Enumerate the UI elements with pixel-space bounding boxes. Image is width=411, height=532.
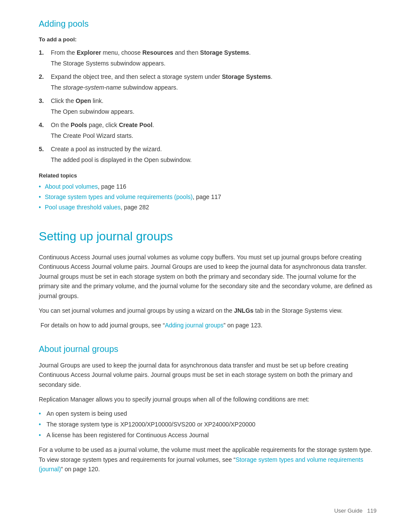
step-1-bold-3: Storage Systems bbox=[200, 49, 249, 56]
step-1-num: 1. bbox=[39, 48, 51, 57]
condition-1: An open system is being used bbox=[39, 409, 377, 418]
page-footer: User Guide 119 bbox=[334, 507, 377, 515]
condition-3: A license has been registered for Contin… bbox=[39, 431, 377, 440]
related-topic-3-link[interactable]: Pool usage threshold values bbox=[45, 204, 121, 211]
step-4-bold-2: Create Pool bbox=[119, 121, 153, 128]
step-4-note: The Create Pool Wizard starts. bbox=[51, 131, 377, 140]
step-1-note: The Storage Systems subwindow appears. bbox=[51, 59, 377, 68]
step-2-note: The storage-system-name subwindow appear… bbox=[51, 83, 377, 92]
step-4-content: On the Pools page, click Create Pool. bbox=[51, 121, 377, 130]
step-3-num: 3. bbox=[39, 96, 51, 106]
step-4-num: 4. bbox=[39, 121, 51, 130]
conditions-list: An open system is being used The storage… bbox=[39, 409, 377, 440]
step-1-content: From the Explorer menu, choose Resources… bbox=[51, 48, 377, 57]
related-topic-2: Storage system types and volume requirem… bbox=[39, 193, 377, 202]
footer-label: User Guide bbox=[334, 507, 363, 514]
step-3-bold-1: Open bbox=[76, 97, 91, 104]
step-5-note: The added pool is displayed in the Open … bbox=[51, 156, 377, 165]
step-5: 5. Create a pool as instructed by the wi… bbox=[39, 145, 377, 154]
step-3-note: The Open subwindow appears. bbox=[51, 107, 377, 116]
step-4: 4. On the Pools page, click Create Pool. bbox=[39, 121, 377, 130]
step-2-content: Expand the object tree, and then select … bbox=[51, 72, 377, 81]
setting-up-journal-groups-section: Setting up journal groups Continuous Acc… bbox=[39, 227, 377, 474]
step-3: 3. Click the Open link. bbox=[39, 96, 377, 106]
step-5-content: Create a pool as instructed by the wizar… bbox=[51, 145, 377, 154]
step-4-bold-1: Pools bbox=[71, 121, 87, 128]
step-5-num: 5. bbox=[39, 145, 51, 154]
about-journal-groups-closing: For a volume to be used as a journal vol… bbox=[39, 445, 377, 474]
step-2: 2. Expand the object tree, and then sele… bbox=[39, 72, 377, 81]
related-topic-1-link[interactable]: About pool volumes bbox=[45, 183, 98, 190]
about-journal-groups-para-2: Replication Manager allows you to specif… bbox=[39, 395, 377, 404]
adding-pools-heading: Adding pools bbox=[39, 17, 377, 30]
adding-journal-groups-link[interactable]: Adding journal groups bbox=[165, 322, 224, 329]
related-topic-1-suffix: , page 116 bbox=[98, 183, 126, 190]
storage-system-types-journal-link[interactable]: Storage system types and volume requirem… bbox=[39, 456, 363, 473]
about-journal-groups-para-1: Journal Groups are used to keep the jour… bbox=[39, 361, 377, 389]
step-2-bold-1: Storage Systems bbox=[222, 73, 271, 80]
related-topics-heading: Related topics bbox=[39, 171, 377, 180]
journal-groups-para-3: For details on how to add journal groups… bbox=[39, 320, 377, 330]
step-1-bold-2: Resources bbox=[142, 49, 173, 56]
related-topic-2-suffix: , page 117 bbox=[193, 193, 221, 200]
related-topic-3: Pool usage threshold values, page 282 bbox=[39, 203, 377, 212]
setting-up-journal-groups-heading: Setting up journal groups bbox=[39, 227, 377, 246]
condition-2: The storage system type is XP12000/XP100… bbox=[39, 420, 377, 429]
step-1: 1. From the Explorer menu, choose Resour… bbox=[39, 48, 377, 57]
steps-list: 1. From the Explorer menu, choose Resour… bbox=[39, 48, 377, 165]
journal-groups-para-2: You can set journal volumes and journal … bbox=[39, 306, 377, 315]
journal-groups-para-1: Continuous Access Journal uses journal v… bbox=[39, 252, 377, 301]
jnlgs-bold: JNLGs bbox=[234, 307, 253, 314]
step-2-num: 2. bbox=[39, 72, 51, 81]
step-2-italic: storage-system-name bbox=[63, 84, 121, 91]
step-3-content: Click the Open link. bbox=[51, 96, 377, 106]
step-1-bold-1: Explorer bbox=[77, 49, 101, 56]
related-topics-list: About pool volumes, page 116 Storage sys… bbox=[39, 182, 377, 212]
adding-pools-section: Adding pools To add a pool: 1. From the … bbox=[39, 17, 377, 212]
related-topic-1: About pool volumes, page 116 bbox=[39, 182, 377, 191]
related-topic-3-suffix: , page 282 bbox=[121, 204, 149, 211]
footer-page-num: 119 bbox=[367, 507, 377, 514]
to-add-pool-subheading: To add a pool: bbox=[39, 35, 377, 44]
related-topic-2-link[interactable]: Storage system types and volume requirem… bbox=[45, 193, 193, 200]
about-journal-groups-heading: About journal groups bbox=[39, 342, 377, 355]
